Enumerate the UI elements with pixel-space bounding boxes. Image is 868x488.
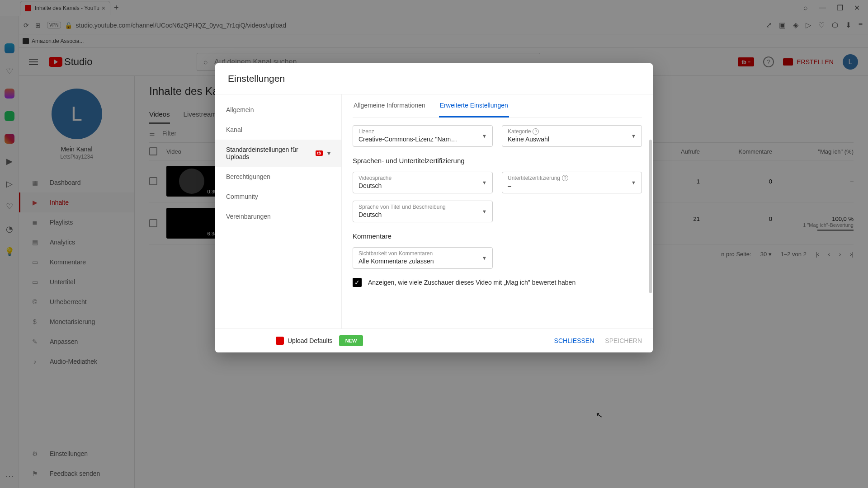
title-language-select[interactable]: Sprache von Titel und Beschreibung Deuts…	[353, 201, 493, 222]
caption-cert-select[interactable]: Untertitelzertifizierung ? – ▼	[502, 172, 642, 193]
category-select[interactable]: Kategorie ? Keine Auswahl ▼	[502, 125, 642, 147]
upload-defaults-link[interactable]: Upload Defaults	[276, 337, 333, 345]
modal-nav-agreements[interactable]: Vereinbarungen	[215, 206, 341, 226]
show-likes-checkbox-row[interactable]: ✓ Anzeigen, wie viele Zuschauer dieses V…	[353, 278, 642, 287]
field-value: Deutsch	[359, 211, 487, 218]
checkbox-label: Anzeigen, wie viele Zuschauer dieses Vid…	[368, 279, 576, 286]
field-value: Deutsch	[359, 182, 487, 189]
modal-tabs: Allgemeine Informationen Erweiterte Eins…	[353, 94, 642, 118]
field-value: –	[508, 182, 636, 189]
comment-visibility-select[interactable]: Sichtbarkeit von Kommentaren Alle Kommen…	[353, 247, 493, 269]
field-label: Untertitelzertifizierung ?	[508, 175, 636, 181]
chevron-down-icon: ▼	[631, 180, 636, 185]
chevron-down-icon: ▼	[482, 255, 487, 261]
tubebuddy-icon	[276, 337, 284, 345]
video-language-select[interactable]: Videosprache Deutsch ▼	[353, 172, 493, 193]
field-value: Creative-Commons-Lizenz "Nam…	[359, 136, 487, 143]
chevron-down-icon: ▼	[631, 133, 636, 139]
chevron-down-icon: ▼	[482, 180, 487, 185]
modal-sidebar: Allgemein Kanal Standardeinstellungen fü…	[215, 94, 342, 328]
field-label: Lizenz	[359, 128, 487, 135]
modal-nav-general[interactable]: Allgemein	[215, 100, 341, 120]
modal-nav-upload-defaults[interactable]: Standardeinstellungen für Uploads tb ▾	[215, 140, 341, 167]
tab-basic-info[interactable]: Allgemeine Informationen	[353, 94, 426, 117]
upload-defaults-label: Upload Defaults	[288, 337, 333, 344]
field-label: Videosprache	[359, 175, 487, 181]
section-languages: Sprachen- und Untertitelzertifizierung	[353, 157, 642, 164]
modal-nav-permissions[interactable]: Berechtigungen	[215, 167, 341, 187]
tubebuddy-small-icon: tb	[316, 150, 323, 156]
section-comments: Kommentare	[353, 232, 642, 240]
chevron-down-icon: ▼	[482, 209, 487, 214]
help-icon[interactable]: ?	[562, 175, 568, 181]
scrollbar[interactable]	[649, 140, 652, 293]
modal-content: Allgemeine Informationen Erweiterte Eins…	[342, 94, 653, 328]
field-label: Sprache von Titel und Beschreibung	[359, 204, 487, 210]
field-value: Alle Kommentare zulassen	[359, 258, 487, 265]
modal-nav-channel[interactable]: Kanal	[215, 120, 341, 140]
modal-nav-community[interactable]: Community	[215, 187, 341, 206]
save-button[interactable]: SPEICHERN	[605, 337, 642, 344]
modal-title: Einstellungen	[215, 63, 653, 94]
field-label: Sichtbarkeit von Kommentaren	[359, 250, 487, 257]
chevron-down-icon: ▾	[327, 150, 330, 157]
field-label: Kategorie ?	[508, 128, 636, 135]
tab-advanced-settings[interactable]: Erweiterte Einstellungen	[439, 94, 509, 117]
checkbox-checked-icon[interactable]: ✓	[353, 278, 362, 287]
settings-modal: Einstellungen Allgemein Kanal Standardei…	[215, 63, 653, 352]
help-icon[interactable]: ?	[533, 128, 539, 135]
license-select[interactable]: Lizenz Creative-Commons-Lizenz "Nam… ▼	[353, 125, 493, 147]
field-value: Keine Auswahl	[508, 136, 636, 143]
modal-nav-label: Standardeinstellungen für Uploads	[226, 146, 311, 160]
modal-overlay: Einstellungen Allgemein Kanal Standardei…	[0, 0, 868, 488]
new-badge: NEW	[339, 335, 363, 346]
close-button[interactable]: SCHLIESSEN	[554, 337, 594, 344]
chevron-down-icon: ▼	[482, 133, 487, 139]
modal-footer: Upload Defaults NEW SCHLIESSEN SPEICHERN	[215, 329, 653, 352]
